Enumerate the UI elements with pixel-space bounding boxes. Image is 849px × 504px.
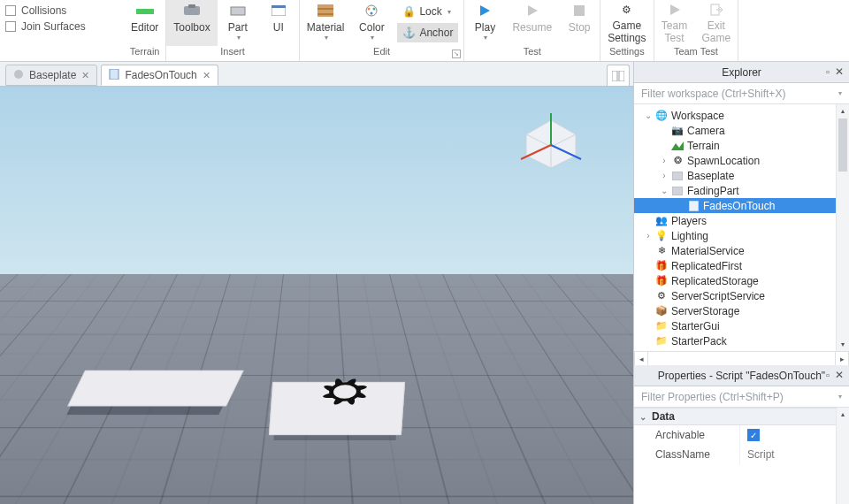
- edit-dialog-launcher[interactable]: ↘: [452, 50, 461, 58]
- explorer-filter-input[interactable]: Filter workspace (Ctrl+Shift+X) ▾: [634, 83, 849, 104]
- tree-replicatedfirst[interactable]: 🎁ReplicatedFirst: [634, 258, 849, 273]
- group-edit-label: Edit: [300, 46, 464, 60]
- serverscriptservice-icon: ⚙: [655, 290, 668, 302]
- material-button[interactable]: Material ▾: [300, 0, 352, 46]
- tree-fadesontouch[interactable]: FadesOnTouch: [634, 198, 849, 213]
- tab-close-icon[interactable]: ✕: [203, 70, 210, 81]
- svg-point-22: [331, 384, 359, 400]
- collapse-icon[interactable]: ⌄: [639, 412, 646, 422]
- property-classname: ClassName Script: [634, 445, 849, 464]
- properties-section-data[interactable]: ⌄ Data: [634, 408, 849, 425]
- expand-icon[interactable]: ›: [659, 171, 669, 180]
- viewport-3d[interactable]: [0, 87, 633, 504]
- play-label: Play: [475, 21, 495, 34]
- scroll-right-icon[interactable]: ▸: [835, 352, 849, 365]
- pin-icon[interactable]: ▫: [826, 370, 830, 380]
- tree-baseplate[interactable]: ›Baseplate: [634, 168, 849, 183]
- scroll-down-icon[interactable]: ▾: [837, 338, 849, 351]
- svg-rect-26: [672, 172, 683, 180]
- ui-label: UI: [273, 21, 284, 34]
- spawn-slab[interactable]: [67, 370, 244, 407]
- play-button[interactable]: Play ▾: [464, 0, 505, 46]
- close-icon[interactable]: ✕: [835, 65, 844, 78]
- expand-icon[interactable]: ›: [643, 231, 654, 241]
- tree-spawnlocation[interactable]: ›❂SpawnLocation: [634, 153, 849, 168]
- tab-baseplate[interactable]: Baseplate ✕: [5, 65, 97, 86]
- tree-fadingpart[interactable]: ⌄FadingPart: [634, 183, 849, 198]
- anchor-button[interactable]: ⚓ Anchor: [397, 23, 458, 42]
- group-settings: ⚙ Game Settings Settings: [600, 0, 654, 61]
- property-archivable[interactable]: Archivable ✓: [634, 425, 849, 445]
- tab-baseplate-label: Baseplate: [29, 69, 76, 81]
- replicatedstorage-icon: 🎁: [655, 275, 668, 287]
- serverstorage-icon: 📦: [655, 305, 668, 317]
- tab-close-icon[interactable]: ✕: [81, 70, 89, 81]
- tree-lighting[interactable]: ›💡Lighting: [634, 228, 849, 243]
- explorer-title-bar[interactable]: Explorer ▫ ✕: [634, 62, 849, 83]
- close-icon[interactable]: ✕: [835, 369, 844, 381]
- explorer-vscrollbar[interactable]: ▴ ▾: [836, 104, 849, 351]
- properties-title: Properties - Script "FadesOnTouch": [658, 370, 825, 382]
- chevron-down-icon[interactable]: ▾: [838, 393, 842, 401]
- tree-serverscriptservice[interactable]: ⚙ServerScriptService: [634, 288, 849, 303]
- explorer-panel: Explorer ▫ ✕ Filter workspace (Ctrl+Shif…: [633, 62, 849, 365]
- svg-rect-7: [317, 8, 333, 10]
- players-icon: 👥: [655, 215, 668, 227]
- startergui-icon: 📁: [655, 320, 668, 332]
- game-settings-button[interactable]: ⚙ Game Settings: [600, 0, 653, 46]
- collisions-label: Collisions: [21, 4, 66, 17]
- team-test-button: Team Test: [654, 0, 695, 46]
- collisions-checkbox[interactable]: Collisions: [5, 4, 119, 17]
- pin-icon[interactable]: ▫: [826, 66, 830, 77]
- tree-starterpack[interactable]: 📁StarterPack: [634, 333, 849, 348]
- properties-vscrollbar[interactable]: ▴: [836, 408, 849, 504]
- group-test: Play ▾ Resume Stop Test: [464, 0, 600, 61]
- tree-camera[interactable]: 📷Camera: [634, 123, 849, 138]
- play-icon: [476, 2, 493, 19]
- chevron-down-icon: ▾: [447, 8, 451, 16]
- view-cube[interactable]: [511, 104, 591, 184]
- tree-serverstorage[interactable]: 📦ServerStorage: [634, 303, 849, 318]
- properties-title-bar[interactable]: Properties - Script "FadesOnTouch" ▫ ✕: [634, 365, 849, 386]
- classname-label: ClassName: [655, 448, 710, 461]
- chevron-down-icon: ▾: [325, 34, 328, 42]
- tab-splitview-button[interactable]: [607, 65, 630, 86]
- editor-button[interactable]: Editor: [124, 0, 165, 46]
- tree-terrain[interactable]: Terrain: [634, 138, 849, 153]
- scroll-up-icon[interactable]: ▴: [837, 104, 849, 118]
- tree-replicatedstorage[interactable]: 🎁ReplicatedStorage: [634, 273, 849, 288]
- anchor-icon: ⚓: [402, 27, 416, 39]
- explorer-hscrollbar[interactable]: ◂▸: [634, 351, 849, 365]
- scroll-left-icon[interactable]: ◂: [634, 352, 648, 365]
- tree-players[interactable]: 👥Players: [634, 213, 849, 228]
- tree-startergui[interactable]: 📁StarterGui: [634, 318, 849, 333]
- anchor-label: Anchor: [419, 27, 453, 39]
- tree-starterplayer[interactable]: ›📁StarterPlayer: [634, 348, 849, 351]
- part-label: Part: [228, 21, 248, 34]
- tree-workspace[interactable]: ⌄🌐Workspace: [634, 108, 849, 123]
- color-label: Color: [359, 21, 385, 34]
- properties-filter-input[interactable]: Filter Properties (Ctrl+Shift+P) ▾: [634, 386, 849, 408]
- scroll-thumb[interactable]: [838, 118, 847, 172]
- chevron-down-icon[interactable]: ▾: [838, 89, 842, 97]
- group-insert-label: Insert: [166, 46, 298, 60]
- join-surfaces-checkbox[interactable]: Join Surfaces: [5, 20, 119, 33]
- archivable-checkbox[interactable]: ✓: [747, 429, 760, 441]
- expand-icon[interactable]: ›: [659, 156, 669, 165]
- collapse-icon[interactable]: ⌄: [643, 111, 654, 120]
- group-insert: Toolbox Part ▾ UI Insert: [166, 0, 299, 61]
- tree-materialservice[interactable]: ❄MaterialService: [634, 243, 849, 258]
- svg-point-11: [373, 8, 376, 11]
- group-team-test: Team Test Exit Game Team Test: [654, 0, 739, 61]
- color-icon: [363, 2, 380, 19]
- lock-button[interactable]: 🔒 Lock ▾: [397, 2, 458, 21]
- toolbox-icon: [183, 2, 201, 19]
- part-button[interactable]: Part ▾: [218, 0, 258, 46]
- collapse-icon[interactable]: ⌄: [659, 186, 669, 195]
- scroll-up-icon[interactable]: ▴: [837, 408, 849, 421]
- group-terrain-label: Terrain: [124, 46, 165, 60]
- ui-button[interactable]: UI: [258, 0, 299, 46]
- color-button[interactable]: Color ▾: [351, 0, 392, 46]
- tab-fadesontouch[interactable]: FadesOnTouch ✕: [101, 65, 218, 86]
- toolbox-button[interactable]: Toolbox: [166, 0, 217, 46]
